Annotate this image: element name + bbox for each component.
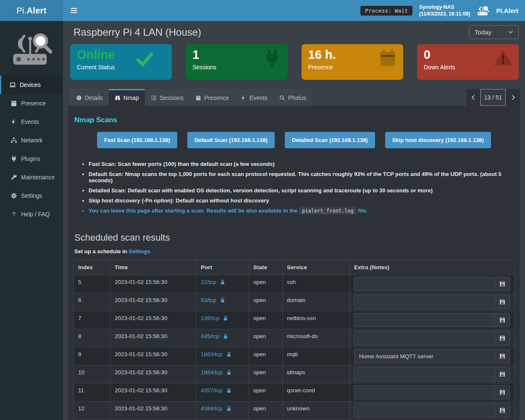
note-input[interactable] [354, 349, 494, 363]
check-icon [133, 50, 156, 68]
chevron-left-icon [470, 94, 476, 100]
page-title: Raspberry Pi 4 LAN (House) [74, 26, 201, 38]
sidebar-item-network[interactable]: Network [0, 131, 63, 150]
save-note-button[interactable] [494, 368, 509, 381]
save-note-button[interactable] [494, 386, 509, 399]
note-input[interactable] [354, 313, 494, 327]
port-link[interactable]: 139/tcp [201, 315, 228, 321]
settings-link[interactable]: Settings [129, 248, 150, 255]
note-input-group [354, 403, 510, 417]
app-logo-bold: Alert [27, 6, 47, 16]
period-select-value: Today [475, 29, 491, 36]
cell-port: 4384/tcp [197, 402, 249, 420]
calendar-icon [10, 100, 17, 107]
scan-descriptions: Fast Scan: Scan fewer ports (100) than t… [74, 161, 514, 214]
sidebar-item-devices[interactable]: Devices [0, 76, 63, 94]
cell-port: 4357/tcp [197, 383, 249, 402]
save-note-button[interactable] [494, 277, 509, 291]
lock-icon [226, 388, 232, 394]
tab-sessions[interactable]: 123Sessions [145, 89, 189, 106]
scan-results-table: IndexTimePortStateServiceExtra (Notes) 5… [74, 260, 514, 420]
sidebar-item-settings[interactable]: Settings [0, 186, 63, 205]
save-icon [499, 389, 506, 396]
tab-label: Events [249, 94, 268, 101]
sidebar-item-helpfaq[interactable]: ?Help / FAQ [0, 205, 63, 223]
detailed-scan-button[interactable]: Detailed Scan (192.168.1.138) [285, 132, 375, 148]
note-text: You can leave this page after starting a… [89, 207, 299, 214]
sidebar-item-presence[interactable]: Presence [0, 94, 63, 113]
table-row: 72023-01-02 15:56:30139/tcpopennetbios-s… [74, 311, 514, 329]
sidebar-item-label: Devices [20, 81, 41, 88]
save-note-button[interactable] [494, 349, 509, 363]
port-link[interactable]: 4357/tcp [201, 387, 232, 394]
tab-pholus[interactable]: Pholus [273, 89, 312, 106]
save-note-button[interactable] [494, 404, 509, 417]
sidebar-item-label: Plugins [21, 155, 40, 162]
nav-right: Process: Wait Synology-NAS (11/03/2023, … [360, 4, 518, 17]
tab-details[interactable]: Details [70, 89, 109, 106]
cell-extra-notes [350, 275, 514, 293]
fast-scan-button[interactable]: Fast Scan (192.168.1.138) [97, 132, 177, 148]
leave-page-note: You can leave this page after starting a… [89, 207, 514, 214]
save-icon [499, 299, 506, 305]
note-input-group [354, 313, 510, 327]
app-logo-prefix: Pi. [16, 6, 26, 16]
port-link[interactable]: 1883/tcp [201, 351, 232, 357]
save-note-button[interactable] [494, 313, 509, 327]
cell-service: mqtt [283, 347, 350, 365]
warning-icon [494, 48, 513, 68]
port-number: 4384/tcp [201, 405, 223, 412]
tab-events[interactable]: Events [235, 89, 273, 106]
tab-presence[interactable]: Presence [189, 89, 235, 106]
sitemap-icon [10, 137, 17, 144]
save-icon [499, 371, 506, 378]
note-input[interactable] [354, 368, 494, 381]
cell-state: open [249, 293, 283, 311]
status-cards: OnlineCurrent Status1Sessions16 h.Presen… [70, 44, 519, 80]
note-input[interactable] [354, 331, 494, 345]
svg-text:3: 3 [151, 99, 152, 101]
port-link[interactable]: 445/tcp [201, 333, 228, 339]
save-note-button[interactable] [494, 295, 509, 309]
scheduled-results-title: Scheduled scan results [74, 232, 514, 243]
note-input[interactable] [354, 404, 494, 417]
hamburger-icon[interactable] [70, 6, 78, 15]
tab-nmap[interactable]: Nmap [109, 89, 145, 106]
cell-index: 12 [74, 402, 110, 420]
chevron-down-icon [508, 29, 513, 35]
tab-label: Pholus [288, 94, 306, 101]
app-logo: Pi.Alert [0, 0, 63, 21]
default-scan-button[interactable]: Default Scan (192.168.1.138) [187, 132, 275, 148]
save-note-button[interactable] [494, 331, 509, 345]
tab-panel: Nmap Scans Fast Scan (192.168.1.138)Defa… [68, 106, 520, 420]
sidebar-item-maintenance[interactable]: Maintenance [0, 168, 63, 186]
port-link[interactable]: 1884/tcp [201, 369, 232, 375]
bolt-icon [10, 118, 17, 125]
skip-host-discovery-button[interactable]: Skip host discovery (192.168.1.138) [385, 132, 491, 148]
tab-label: Nmap [123, 94, 139, 101]
lock-icon [220, 297, 226, 303]
sidebar-item-events[interactable]: Events [0, 113, 63, 131]
period-select[interactable]: Today [469, 25, 519, 39]
note-input[interactable] [354, 277, 494, 291]
router-icon [477, 5, 489, 16]
next-device-button[interactable] [506, 89, 520, 106]
main-content: Raspberry Pi 4 LAN (House) Today OnlineC… [63, 21, 525, 420]
lock-icon [226, 352, 232, 357]
save-icon [499, 407, 506, 414]
cell-index: 9 [74, 347, 110, 365]
prev-device-button[interactable] [466, 89, 480, 106]
cell-state: open [249, 347, 283, 365]
cell-time: 2023-01-02 15:56:30 [110, 347, 197, 365]
cell-extra-notes [350, 329, 514, 347]
port-link[interactable]: 4384/tcp [201, 405, 232, 412]
port-link[interactable]: 53/tcp [201, 297, 226, 303]
nas-time: (11/03/2023, 16:11:08) [419, 10, 470, 17]
sidebar-item-plugins[interactable]: Plugins [0, 150, 63, 168]
cell-service: netbios-ssn [283, 311, 350, 329]
note-input[interactable] [354, 295, 494, 309]
note-input[interactable] [354, 386, 494, 399]
sidebar-item-label: Events [21, 118, 39, 125]
port-link[interactable]: 22/tcp [201, 279, 226, 285]
nmap-section-title: Nmap Scans [74, 116, 514, 124]
